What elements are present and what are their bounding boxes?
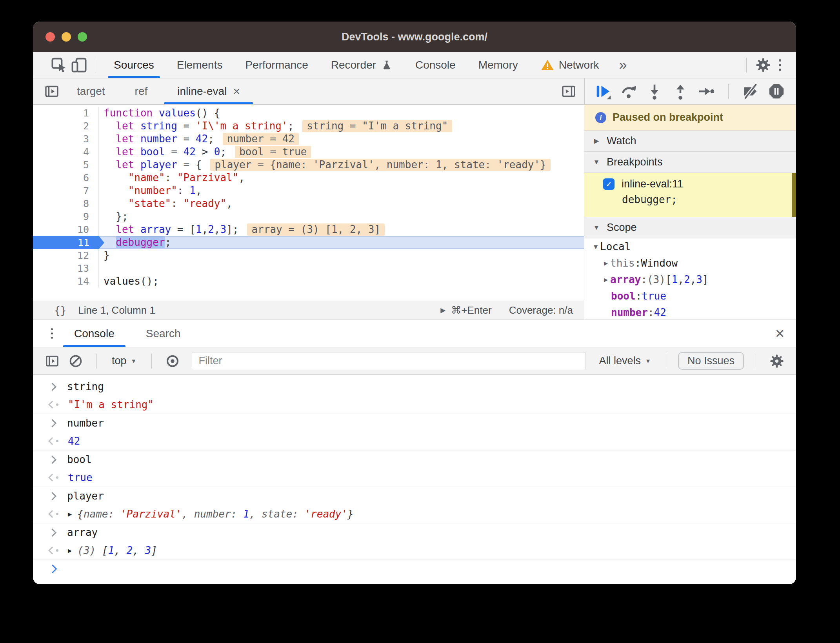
tab-elements[interactable]: Elements (165, 52, 234, 78)
code-text[interactable]: }; (99, 210, 584, 223)
more-tabs-chevron-icon[interactable]: » (610, 57, 635, 73)
console-command[interactable]: number (33, 414, 796, 432)
watch-section-header[interactable]: ▶ Watch (584, 131, 796, 152)
console-sidebar-toggle-icon[interactable] (43, 352, 61, 370)
drawer-kebab-menu-icon[interactable] (45, 328, 58, 339)
close-drawer-icon[interactable]: × (775, 320, 784, 347)
context-selector[interactable]: top ▼ (109, 355, 140, 367)
line-number[interactable]: 10 (33, 223, 99, 236)
line-number[interactable]: 6 (33, 171, 99, 184)
tab-sources[interactable]: Sources (102, 52, 165, 78)
tab-network[interactable]: Network (529, 52, 611, 78)
line-number[interactable]: 9 (33, 210, 99, 223)
tab-recorder[interactable]: Recorder (320, 52, 404, 78)
line-number[interactable]: 12 (33, 249, 99, 262)
console-result-value[interactable]: "I'm a string" (68, 399, 154, 411)
breakpoints-label: Breakpoints (607, 156, 663, 168)
kebab-menu-icon[interactable] (773, 59, 787, 71)
expand-triangle-icon[interactable]: ▶ (68, 510, 72, 518)
scope-row[interactable]: bool: true (584, 288, 796, 304)
line-number[interactable]: 14 (33, 275, 99, 288)
scope-row[interactable]: ▶this: Window (584, 255, 796, 271)
file-tab-ref[interactable]: ref (120, 78, 163, 104)
chevron-right-icon[interactable]: ▶ (602, 259, 610, 267)
console-prompt[interactable] (33, 560, 796, 578)
scope-row[interactable]: number: 42 (584, 304, 796, 320)
log-levels-selector[interactable]: All levels ▼ (596, 355, 654, 367)
code-text[interactable]: let string = 'I\'m a string';string = "I… (99, 120, 584, 133)
line-number[interactable]: 7 (33, 184, 99, 197)
show-navigator-icon[interactable] (42, 81, 62, 102)
drawer-tab-search[interactable]: Search (130, 320, 196, 347)
code-text[interactable]: values(); (99, 275, 584, 288)
console-toolbar-divider (96, 354, 97, 369)
console-command[interactable]: bool (33, 450, 796, 469)
pretty-print-icon[interactable]: {} (54, 305, 66, 316)
tab-console[interactable]: Console (404, 52, 467, 78)
line-number[interactable]: 8 (33, 197, 99, 210)
filter-input[interactable] (192, 352, 585, 370)
live-expression-eye-icon[interactable] (164, 352, 182, 370)
console-result-value[interactable]: 42 (68, 435, 80, 447)
tab-performance[interactable]: Performance (234, 52, 319, 78)
console-result: ▶(3) [1, 2, 3] (33, 541, 796, 559)
code-text[interactable] (99, 262, 584, 275)
pause-on-exceptions-icon[interactable] (766, 81, 787, 102)
file-tab-target[interactable]: target (62, 78, 120, 104)
step-over-icon[interactable] (618, 81, 639, 102)
resume-script-icon[interactable] (593, 81, 613, 102)
breakpoint-entry[interactable]: ✓ inline-eval:11 debugger; (584, 173, 796, 217)
chevron-down-icon[interactable]: ▼ (591, 243, 600, 251)
code-token: ]; (226, 223, 238, 235)
console-result-value[interactable]: {name: 'Parzival', number: 1, state: 're… (77, 508, 353, 520)
step-into-icon[interactable] (644, 81, 665, 102)
drawer-tab-console[interactable]: Console (58, 320, 130, 347)
scope-row[interactable]: ▼Local (584, 238, 796, 255)
line-number[interactable]: 1 (33, 107, 99, 120)
clear-console-icon[interactable] (67, 352, 85, 370)
code-text[interactable]: } (99, 249, 584, 262)
execution-line-number[interactable]: 11 (33, 236, 99, 249)
step-out-icon[interactable] (670, 81, 691, 102)
code-text[interactable]: debugger; (99, 236, 584, 249)
close-tab-icon[interactable]: × (233, 85, 240, 97)
scope-section-header[interactable]: ▼ Scope (584, 217, 796, 238)
code-text[interactable]: let array = [1,2,3];array = (3) [1, 2, 3… (99, 223, 584, 236)
hide-debugger-sidebar-icon[interactable] (558, 81, 579, 102)
line-number[interactable]: 3 (33, 133, 99, 145)
code-editor[interactable]: 1function values() {2 let string = 'I\'m… (33, 105, 584, 320)
code-text[interactable]: function values() { (99, 107, 584, 120)
breakpoint-checkbox[interactable]: ✓ (603, 178, 615, 190)
titlebar[interactable]: DevTools - www.google.com/ (33, 22, 796, 52)
code-text[interactable]: "name": "Parzival", (99, 171, 584, 184)
code-token: "name" (128, 172, 165, 183)
inspect-icon[interactable] (49, 55, 69, 75)
code-text[interactable]: "state": "ready", (99, 197, 584, 210)
device-toolbar-icon[interactable] (69, 55, 89, 75)
line-number[interactable]: 2 (33, 120, 99, 133)
settings-gear-icon[interactable] (753, 55, 773, 75)
console-result-value[interactable]: (3) [1, 2, 3] (77, 545, 157, 556)
code-text[interactable]: let player = {player = {name: 'Parzival'… (99, 158, 584, 171)
file-tab-inline-eval[interactable]: inline-eval × (162, 78, 255, 104)
code-text[interactable]: "number": 1, (99, 184, 584, 197)
issues-counter[interactable]: No Issues (678, 352, 744, 370)
code-token: Local (600, 241, 631, 252)
chevron-right-icon[interactable]: ▶ (602, 276, 610, 283)
step-icon[interactable] (696, 81, 716, 102)
breakpoints-section-header[interactable]: ▼ Breakpoints (584, 152, 796, 173)
line-number[interactable]: 5 (33, 158, 99, 171)
line-number[interactable]: 4 (33, 145, 99, 158)
console-settings-gear-icon[interactable] (768, 352, 786, 370)
scope-row[interactable]: ▶array: (3) [1, 2, 3] (584, 271, 796, 288)
code-text[interactable]: let bool = 42 > 0;bool = true (99, 145, 584, 158)
code-text[interactable]: let number = 42;number = 42 (99, 133, 584, 145)
tab-memory[interactable]: Memory (467, 52, 529, 78)
console-command[interactable]: string (33, 378, 796, 396)
deactivate-breakpoints-icon[interactable] (740, 81, 761, 102)
console-result-value[interactable]: true (68, 472, 93, 483)
expand-triangle-icon[interactable]: ▶ (68, 547, 72, 554)
console-command[interactable]: array (33, 523, 796, 541)
line-number[interactable]: 13 (33, 262, 99, 275)
console-command[interactable]: player (33, 487, 796, 505)
